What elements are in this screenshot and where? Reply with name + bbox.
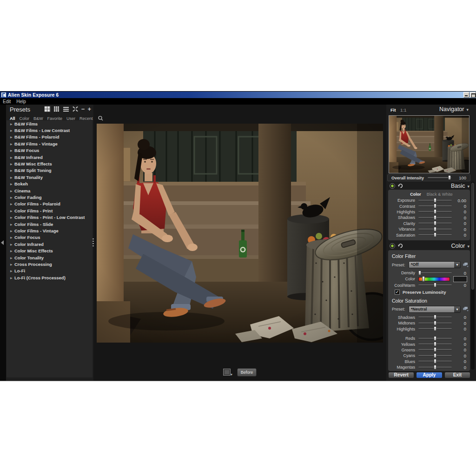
overall-intensity-slider[interactable]: [428, 177, 451, 178]
slider-thumb[interactable]: [448, 175, 451, 180]
slider-thumb[interactable]: [434, 227, 436, 231]
dropdown-arrow-icon[interactable]: ▼: [454, 262, 460, 268]
preset-category[interactable]: ▶ Lo-Fi: [7, 268, 93, 274]
preset-category[interactable]: ▶ Cross Processing: [7, 261, 93, 267]
image-preview[interactable]: [97, 124, 383, 343]
add-preset-button[interactable]: +: [87, 107, 91, 112]
view-large-thumbs-button[interactable]: [44, 106, 51, 112]
navigator-header[interactable]: Navigator▾: [439, 106, 469, 112]
preset-category[interactable]: ▶ Color Films - Vintage: [7, 227, 93, 234]
preset-category[interactable]: ▶ Lo-Fi (Cross Processed): [7, 274, 93, 281]
slider[interactable]: [418, 355, 452, 357]
dropdown-arrow-icon[interactable]: ▼: [454, 306, 460, 312]
before-button[interactable]: Before: [237, 368, 257, 377]
exit-button[interactable]: Exit: [444, 372, 470, 378]
slider-thumb[interactable]: [422, 276, 425, 282]
preset-category[interactable]: ▶ Color Films - Print: [7, 207, 93, 214]
split-view-caret-icon[interactable]: ▾: [231, 373, 232, 377]
preset-category[interactable]: ▶ Cinema: [7, 187, 93, 194]
slider[interactable]: [418, 367, 452, 368]
apply-button[interactable]: Apply: [416, 372, 442, 378]
slider[interactable]: [418, 338, 452, 339]
slider[interactable]: [418, 328, 452, 330]
preset-category[interactable]: ▶ B&W Focus: [7, 147, 93, 154]
titlebar[interactable]: Alien Skin Exposure 6: [0, 91, 476, 98]
slider[interactable]: [418, 217, 452, 218]
slider[interactable]: [418, 234, 452, 236]
slider-thumb[interactable]: [434, 232, 436, 237]
color-reset-button[interactable]: [398, 243, 403, 248]
panel-resize-grip[interactable]: [93, 238, 94, 247]
slider-thumb[interactable]: [434, 315, 436, 319]
color-swatch[interactable]: [453, 276, 467, 282]
split-view-icon[interactable]: [223, 369, 231, 376]
view-small-thumbs-button[interactable]: [53, 106, 60, 112]
mode-black-white[interactable]: Black & White: [427, 192, 453, 197]
basic-reset-button[interactable]: [398, 183, 403, 188]
slider-thumb[interactable]: [434, 365, 436, 370]
basic-panel-title[interactable]: Basic▾: [451, 183, 469, 189]
remove-preset-button[interactable]: −: [81, 107, 85, 112]
basic-enable-toggle[interactable]: [390, 183, 395, 189]
preset-category[interactable]: ▶ Color Infrared: [7, 241, 93, 247]
color-panel-title[interactable]: Color▾: [451, 243, 469, 249]
preset-category[interactable]: ▶ Color Films - Slide: [7, 221, 93, 227]
preset-category[interactable]: ▶ B&W Split Toning: [7, 167, 93, 174]
slider[interactable]: [418, 205, 452, 207]
preserve-luminosity-checkbox[interactable]: ✓: [395, 290, 400, 295]
density-slider[interactable]: [418, 272, 452, 274]
slider-thumb[interactable]: [434, 326, 436, 331]
preset-category[interactable]: ▶ B&W Films - Vintage: [7, 140, 93, 147]
scrollbar[interactable]: [471, 182, 475, 370]
panel-collapse-strip[interactable]: [0, 105, 6, 381]
slider-thumb[interactable]: [434, 283, 436, 287]
fit-button[interactable]: Fit: [390, 107, 396, 112]
mode-color[interactable]: Color: [410, 192, 421, 197]
slider-thumb[interactable]: [418, 271, 421, 275]
slider-thumb[interactable]: [434, 209, 436, 214]
color-enable-toggle[interactable]: [390, 243, 395, 249]
slider-thumb[interactable]: [434, 204, 436, 208]
slider-thumb[interactable]: [434, 359, 436, 364]
preset-category[interactable]: ▶ Bokeh: [7, 181, 93, 187]
scrollbar-thumb[interactable]: [471, 183, 474, 290]
preset-category[interactable]: ▶ Color Misc Effects: [7, 247, 93, 254]
navigator-thumbnail[interactable]: [389, 115, 469, 173]
slider-thumb[interactable]: [434, 215, 436, 220]
slider[interactable]: [418, 200, 452, 201]
slider[interactable]: [418, 211, 452, 212]
slider-thumb[interactable]: [434, 353, 436, 358]
one-to-one-button[interactable]: 1:1: [400, 107, 406, 112]
color-saturation-preset-select[interactable]: *Neutral ▼: [409, 306, 461, 313]
preset-category[interactable]: ▶ B&W Films - Polaroid: [7, 134, 93, 140]
preset-category[interactable]: ▶ Color Tonality: [7, 254, 93, 261]
slider-thumb[interactable]: [434, 336, 436, 341]
menu-edit[interactable]: Edit: [3, 99, 11, 104]
preset-menu-icon[interactable]: [463, 263, 469, 267]
minimize-button[interactable]: [463, 92, 469, 98]
preset-category[interactable]: ▶ Color Films - Print - Low Contrast: [7, 214, 93, 220]
restore-button[interactable]: [470, 92, 476, 98]
color-spectrum-slider[interactable]: [418, 277, 450, 281]
slider[interactable]: [418, 361, 452, 362]
slider[interactable]: [418, 349, 452, 350]
preset-menu-icon[interactable]: [463, 307, 469, 311]
revert-button[interactable]: Revert: [388, 372, 414, 378]
slider-thumb[interactable]: [434, 342, 436, 346]
preset-category[interactable]: ▶ Color Focus: [7, 234, 93, 241]
slider-thumb[interactable]: [434, 221, 436, 225]
slider-thumb[interactable]: [434, 347, 436, 352]
slider[interactable]: [418, 344, 452, 345]
collapse-all-button[interactable]: [72, 106, 79, 112]
slider-thumb[interactable]: [434, 321, 436, 325]
preset-category[interactable]: ▶ B&W Tonality: [7, 174, 93, 180]
view-list-button[interactable]: [63, 106, 69, 112]
slider[interactable]: [418, 317, 452, 318]
slider-thumb[interactable]: [434, 198, 436, 203]
slider[interactable]: [418, 323, 452, 324]
slider[interactable]: [418, 229, 452, 230]
slider[interactable]: [418, 223, 452, 224]
coolwarm-slider[interactable]: [418, 284, 452, 286]
color-filter-preset-select[interactable]: *Off ▼: [409, 261, 461, 268]
preset-category[interactable]: ▶ Color Films - Polaroid: [7, 201, 93, 207]
